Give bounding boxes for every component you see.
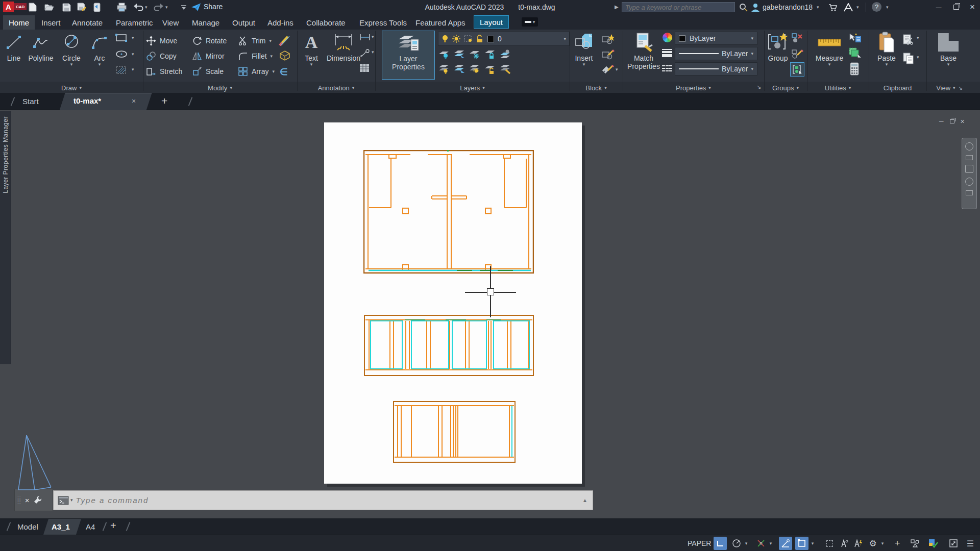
drawing-close-button[interactable]: × [961,117,965,126]
match-properties-button[interactable]: Match Properties [627,31,660,70]
properties-panel-launcher-icon[interactable]: ↘ [756,84,761,90]
copy-button[interactable]: Copy [146,50,177,62]
workspace-plus-button[interactable]: + [891,537,904,550]
leader-dropdown-arrow-icon[interactable]: ▾ [372,50,374,55]
layer-thaw-all-button[interactable] [453,63,465,74]
object-snap-button[interactable] [795,537,808,550]
share-plane-icon[interactable] [191,2,201,12]
layer-properties-button[interactable]: Layer Properties [382,31,435,80]
object-color-dropdown[interactable]: ByLayer ▾ [675,32,757,45]
isometric-drafting-button[interactable] [754,537,768,550]
isolate-objects-button[interactable] [909,537,922,550]
autodesk-logo-icon[interactable] [843,2,853,12]
selection-cycling-button[interactable] [823,537,836,550]
group-edit-button[interactable] [791,48,803,59]
hatch-dropdown-arrow-icon[interactable]: ▾ [132,67,134,72]
group-selection-toggle[interactable] [790,62,804,77]
annotation-scale-gear-icon[interactable]: ⚙ [866,537,879,550]
annotation-autoscale-button[interactable] [851,537,865,550]
line-button[interactable]: Line [2,31,26,62]
autodesk-dropdown-arrow-icon[interactable]: ▾ [856,5,859,10]
tab-annotate[interactable]: Annotate [66,15,108,30]
close-button[interactable]: × [965,0,980,14]
view-panel-label[interactable]: View▾↘ [926,83,972,93]
search-icon[interactable] [738,2,748,12]
osnap-dropdown-arrow-icon[interactable]: ▾ [810,537,816,550]
username[interactable]: gabebrandon18 [763,3,813,11]
tab-layout[interactable]: Layout [474,15,509,29]
circle-dropdown-arrow-icon[interactable]: ▾ [70,62,73,67]
layer-freeze-button[interactable] [469,49,481,59]
workspace-switcher-button[interactable]: ▾ [522,17,538,27]
tab-home[interactable]: Home [3,15,35,30]
array-dropdown-arrow-icon[interactable]: ▾ [272,69,275,74]
measure-button[interactable]: Measure ▾ [813,31,846,67]
navigation-bar[interactable] [962,138,977,209]
file-tab-start[interactable]: Start [22,97,39,106]
save-as-button[interactable] [77,2,87,12]
edit-attributes-button[interactable] [601,64,615,76]
file-tab-close-icon[interactable]: × [132,97,136,105]
tab-express-tools[interactable]: Express Tools [354,15,412,30]
lineweight-dropdown[interactable]: ByLayer ▾ [675,47,757,60]
command-collapse-arrow-icon[interactable]: ▲ [582,497,587,503]
tab-collaborate[interactable]: Collaborate [301,15,351,30]
attributes-dropdown-arrow-icon[interactable]: ▾ [616,67,618,72]
layer-vp-thaw-button[interactable] [469,63,481,74]
layer-match-button[interactable] [499,63,511,74]
nav-pan-icon[interactable] [966,155,973,160]
command-close-icon[interactable]: × [25,496,30,505]
a3-tab[interactable]: A3_1 [52,518,70,535]
fillet-dropdown-arrow-icon[interactable]: ▾ [271,54,273,59]
quick-calc-button[interactable] [849,62,860,76]
arc-dropdown-arrow-icon[interactable]: ▾ [99,62,101,67]
ellipse-dropdown-arrow-icon[interactable]: ▾ [132,52,134,57]
polyline-button[interactable]: Polyline [27,31,55,62]
groups-panel-label[interactable]: Groups▾ [764,83,807,93]
object-snap-tracking-button[interactable] [779,537,792,550]
new-drawing-tab-button[interactable]: + [161,95,167,107]
trim-button[interactable]: Trim▾ [238,35,272,47]
clean-screen-button[interactable] [947,537,960,550]
model-tab[interactable]: Model [17,518,38,535]
tab-insert[interactable]: Insert [36,15,66,30]
a4-tab[interactable]: A4 [86,518,95,535]
leader-button[interactable] [359,49,371,57]
ungroup-button[interactable] [791,33,803,44]
linetype-icon[interactable] [662,65,672,71]
layer-off-button[interactable] [438,49,450,59]
ellipse-tool-button[interactable] [115,50,128,58]
rectangle-tool-button[interactable] [115,34,128,42]
search-input[interactable] [622,4,734,11]
tab-manage[interactable]: Manage [186,15,225,30]
nav-more-icon[interactable] [966,190,973,195]
command-dropdown-arrow-icon[interactable]: ▾ [70,498,73,503]
group-button[interactable]: Group [766,31,790,62]
trim-dropdown-arrow-icon[interactable]: ▾ [269,39,272,43]
file-tab-doc[interactable]: t0-max* [74,96,101,105]
undo-button[interactable] [134,2,144,12]
autocad-app-logo[interactable]: A CAD [3,2,27,12]
nav-wheel-icon[interactable] [965,142,973,151]
modify-panel-label[interactable]: Modify▾ [143,83,297,93]
properties-panel-label[interactable]: Properties▾ [623,83,764,93]
help-dropdown-arrow-icon[interactable]: ▾ [886,5,889,10]
measure-dropdown-arrow-icon[interactable]: ▾ [828,62,831,67]
color-wheel-icon[interactable] [663,33,672,42]
copy-clip-button[interactable] [902,52,915,64]
arc-button[interactable]: Arc ▾ [88,31,111,67]
user-dropdown-arrow-icon[interactable]: ▾ [817,5,819,10]
cut-dropdown-arrow-icon[interactable]: ▾ [917,36,919,40]
linetype-dropdown[interactable]: ByLayer ▾ [675,62,757,76]
linear-dimension-button[interactable] [359,34,371,41]
redo-button[interactable] [153,2,163,12]
clipboard-panel-label[interactable]: Clipboard [869,83,926,93]
undo-dropdown-arrow-icon[interactable]: ▾ [145,5,148,10]
stretch-button[interactable]: Stretch [146,65,182,78]
command-input[interactable] [76,496,583,505]
isometric-dropdown-arrow-icon[interactable]: ▾ [768,537,774,550]
layer-lock-button[interactable] [484,49,496,59]
dimension-button[interactable]: Dimension [325,31,362,62]
save-button[interactable] [61,2,71,12]
array-button[interactable]: Array▾ [238,65,275,78]
